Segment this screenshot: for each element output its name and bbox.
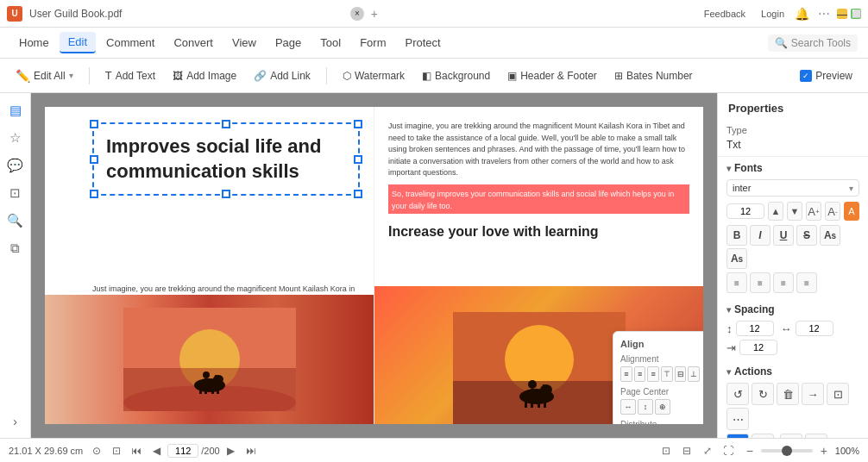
italic-button[interactable]: I [750, 225, 771, 246]
zoom-slider[interactable] [761, 449, 813, 453]
spacing-header[interactable]: Spacing [726, 303, 859, 315]
strikethrough-button[interactable]: S [796, 225, 817, 246]
sidebar-bookmark-icon[interactable]: ☆ [5, 128, 26, 148]
menu-view[interactable]: View [223, 33, 265, 53]
page-center-both-button[interactable]: ⊕ [655, 399, 670, 415]
align-top-button[interactable]: ⊤ [661, 366, 673, 382]
grid-view-button[interactable]: ⊞ [752, 434, 774, 438]
more-icon[interactable]: ⋯ [818, 7, 830, 21]
align-right-button[interactable]: ≡ [647, 366, 659, 382]
menu-page[interactable]: Page [267, 33, 310, 53]
align-left-button[interactable]: ≡ [620, 366, 632, 382]
notifications-icon[interactable]: 🔔 [795, 7, 809, 21]
align-right-text-btn[interactable]: ≡ [773, 272, 794, 293]
align-center-button[interactable]: ≡ [634, 366, 646, 382]
add-link-button[interactable]: 🔗 Add Link [247, 66, 318, 85]
page-center-v-button[interactable]: ↕ [638, 399, 653, 415]
nav-icon-2[interactable]: ⊡ [108, 442, 125, 459]
sidebar-search-icon[interactable]: 🔍 [5, 210, 26, 231]
menu-tool[interactable]: Tool [311, 33, 349, 53]
menu-comment[interactable]: Comment [97, 33, 163, 53]
minimize-button[interactable]: — [837, 9, 847, 19]
line-spacing-input[interactable] [736, 321, 774, 336]
search-tools[interactable]: 🔍 Search Tools [768, 34, 858, 52]
add-text-button[interactable]: T Add Text [98, 66, 162, 85]
char-spacing-input[interactable] [796, 321, 833, 336]
rotate-icon[interactable]: ⤢ [699, 442, 716, 459]
fullscreen-icon[interactable]: ⛶ [720, 442, 737, 459]
fit-page-icon[interactable]: ⊡ [657, 442, 675, 459]
align-left-text-btn[interactable]: ≡ [726, 272, 747, 293]
nav-last-button[interactable]: ⏭ [242, 442, 260, 459]
login-button[interactable]: Login [756, 7, 789, 21]
edit-all-button[interactable]: ✏️ Edit All [9, 66, 80, 86]
add-image-button[interactable]: 🖼 Add Image [166, 66, 243, 85]
font-color-btn[interactable]: A [844, 202, 859, 221]
handle-bm[interactable] [222, 190, 230, 198]
handle-tr[interactable] [354, 120, 362, 128]
subscript-button[interactable]: As [726, 248, 747, 269]
menu-convert[interactable]: Convert [165, 33, 222, 53]
align-center-text-btn[interactable]: ≡ [750, 272, 771, 293]
redo-button[interactable]: ↻ [752, 383, 774, 405]
undo-button[interactable]: ↺ [726, 383, 749, 405]
expand-button[interactable]: ⟨⟩ [780, 434, 802, 438]
bold-button[interactable]: B [726, 225, 747, 246]
font-grow-btn[interactable]: A+ [806, 202, 821, 221]
font-size-down-btn[interactable]: ▼ [787, 202, 802, 221]
page-number-input[interactable]: 112 [167, 444, 198, 458]
sidebar-form-icon[interactable]: ⊡ [5, 183, 26, 203]
sidebar-layers-icon[interactable]: ⧉ [5, 238, 26, 259]
page-center-h-button[interactable]: ↔ [620, 399, 636, 415]
sidebar-expand-icon[interactable]: › [5, 410, 26, 431]
text-selection-box[interactable]: Improves social life and communication s… [92, 122, 360, 196]
nav-next-button[interactable]: ▶ [223, 442, 240, 459]
sidebar-pages-icon[interactable]: ▤ [5, 100, 26, 121]
font-shrink-btn[interactable]: A- [825, 202, 840, 221]
align-justify-text-btn[interactable]: ≡ [796, 272, 817, 293]
menu-edit[interactable]: Edit [60, 32, 96, 53]
superscript-button[interactable]: As [820, 225, 840, 246]
sidebar-comment-icon[interactable]: 💬 [5, 155, 26, 176]
feedback-button[interactable]: Feedback [699, 7, 751, 21]
new-tab-button[interactable]: + [368, 7, 381, 21]
menu-home[interactable]: Home [10, 33, 58, 53]
bates-number-button[interactable]: ⊞ Bates Number [607, 66, 700, 85]
handle-bl[interactable] [90, 190, 98, 198]
close-tab-button[interactable]: × [350, 7, 364, 21]
zoom-out-button[interactable]: − [742, 443, 758, 459]
menu-protect[interactable]: Protect [397, 33, 450, 53]
watermark-button[interactable]: ⬡ Watermark [336, 66, 412, 85]
font-size-input[interactable] [726, 203, 764, 219]
background-button[interactable]: ◧ Background [415, 66, 497, 85]
preview-button[interactable]: ✓ Preview [793, 66, 859, 85]
crop-button[interactable]: ⊡ [827, 383, 849, 405]
zoom-thumb[interactable] [782, 446, 792, 456]
delete-button[interactable]: 🗑 [777, 383, 799, 405]
handle-rm[interactable] [354, 155, 362, 164]
list-view-button[interactable]: ≡ [726, 434, 749, 438]
align-bottom-button[interactable]: ⊥ [688, 366, 700, 382]
handle-lm[interactable] [90, 155, 98, 164]
font-family-select[interactable]: inter ▾ [726, 179, 859, 197]
handle-tl[interactable] [90, 120, 98, 128]
handle-br[interactable] [354, 190, 362, 198]
copy-button[interactable]: → [802, 383, 824, 405]
nav-icon-1[interactable]: ⊙ [88, 442, 105, 459]
nav-prev-button[interactable]: ◀ [148, 442, 165, 459]
handle-tm[interactable] [222, 120, 230, 128]
nav-first-button[interactable]: ⏮ [128, 442, 145, 459]
fit-width-icon[interactable]: ⊟ [678, 442, 695, 459]
maximize-button[interactable]: ⬜ [851, 9, 861, 19]
align-middle-button[interactable]: ⊟ [675, 366, 687, 382]
menu-form[interactable]: Form [351, 33, 394, 53]
font-size-up-btn[interactable]: ▲ [768, 202, 783, 221]
indent-input[interactable] [739, 340, 777, 355]
fonts-header[interactable]: Fonts [726, 162, 859, 174]
zoom-in-button[interactable]: + [816, 443, 832, 459]
header-footer-button[interactable]: ▣ Header & Footer [500, 66, 604, 85]
actions-header[interactable]: Actions [726, 365, 859, 378]
underline-button[interactable]: U [773, 225, 794, 246]
collapse-button[interactable]: ▾ [805, 434, 827, 438]
more-actions-button[interactable]: ⋯ [726, 408, 749, 430]
